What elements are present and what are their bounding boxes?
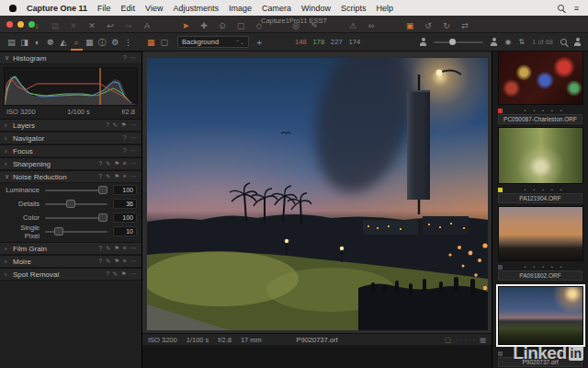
undo-icon[interactable]: ↩ <box>105 20 116 31</box>
sort-icon[interactable]: ⇅ <box>518 38 525 46</box>
spot-tool-icon[interactable]: ◎ <box>290 20 301 31</box>
menubar-list-icon[interactable]: ≡ <box>574 4 579 13</box>
section-spot-removal[interactable]: ›Spot Removal ? ✎ ⚑ ⋯ <box>0 268 141 281</box>
luminance-value[interactable]: 100 <box>113 185 137 195</box>
section-navigator[interactable]: ›Navigator ? ⋯ <box>0 132 141 144</box>
thumbnail-2-filename[interactable]: PA121904.ORF <box>498 193 582 203</box>
zoom-slider[interactable] <box>434 41 483 43</box>
tab-library-icon[interactable]: ▤ <box>6 34 17 51</box>
single-pixel-slider-track[interactable] <box>45 231 107 233</box>
rotate-right-icon[interactable]: ↻ <box>441 20 452 31</box>
delete-icon[interactable]: ✕ <box>86 20 97 31</box>
export-icon[interactable]: ▤ <box>50 20 61 31</box>
filmstrip-icon[interactable]: ▦ <box>480 336 486 344</box>
app-menu[interactable]: Capture One 11 <box>27 4 87 13</box>
section-focus[interactable]: ›Focus ? ⋯ <box>0 144 141 157</box>
section-action-icons[interactable]: ? ✎ ⚑ ≡ ⋯ <box>99 173 137 180</box>
compare-icon[interactable]: ▢ <box>445 336 451 344</box>
menu-window[interactable]: Window <box>301 4 331 13</box>
tab-color-icon[interactable]: ☸ <box>44 34 56 51</box>
menu-adjustments[interactable]: Adjustments <box>173 4 219 13</box>
eye-icon[interactable]: ◉ <box>504 38 511 46</box>
thumbnail-1-filename[interactable]: PC050087-Charleston.ORF <box>498 114 582 124</box>
section-action-icons[interactable]: ? ✎ ⚑ ⋯ <box>106 270 137 278</box>
luminance-slider-knob[interactable] <box>98 186 107 194</box>
pager-dots[interactable]: · · · · · <box>456 336 475 344</box>
color-tag[interactable] <box>498 109 503 113</box>
rating-dots[interactable]: • • • • • <box>506 108 582 113</box>
profile-icon[interactable] <box>574 38 581 46</box>
layer-frame-icon[interactable]: ▢ <box>161 38 169 47</box>
details-value[interactable]: 36 <box>113 199 137 209</box>
straighten-tool-icon[interactable]: ◇ <box>254 20 265 31</box>
section-action-icons[interactable]: ? ✎ ⚑ ≡ ⋯ <box>99 245 137 252</box>
crop-box-icon[interactable]: ▣ <box>404 20 415 31</box>
redo-icon[interactable]: ↪ <box>123 20 134 31</box>
color-slider-track[interactable] <box>45 217 107 219</box>
tab-details-icon[interactable]: ⌕ <box>71 34 83 51</box>
thumbnail-3-filename[interactable]: PA091802.ORF <box>498 270 582 281</box>
reset-icon[interactable]: ✕ <box>68 20 79 31</box>
tab-output-icon[interactable]: ⚙ <box>109 34 121 51</box>
color-tag[interactable] <box>498 265 503 270</box>
section-noise-reduction[interactable]: ∨Noise Reduction ? ✎ ⚑ ≡ ⋯ <box>0 170 141 183</box>
rating-dots[interactable]: • • • • • <box>506 187 582 192</box>
section-moire[interactable]: ›Moire ? ✎ ⚑ ≡ ⋯ <box>0 255 141 268</box>
menu-help[interactable]: Help <box>377 4 394 13</box>
tab-lens-icon[interactable]: ◐ <box>31 34 43 51</box>
details-slider-knob[interactable] <box>66 200 75 208</box>
single-pixel-value[interactable]: 10 <box>113 226 137 236</box>
proofing-glasses-icon[interactable]: ∞ <box>366 20 377 31</box>
details-slider-track[interactable] <box>45 203 107 205</box>
section-sharpening[interactable]: ›Sharpening ? ✎ ⚑ ≡ ⋯ <box>0 157 141 170</box>
color-value[interactable]: 100 <box>113 213 137 223</box>
color-tag[interactable] <box>498 188 503 192</box>
user-icon[interactable] <box>420 38 426 46</box>
section-layers[interactable]: ›Layers ? ✎ ⚑ ⋯ <box>0 119 141 132</box>
luminance-slider-track[interactable] <box>45 190 107 191</box>
section-action-icons[interactable]: ? ✎ ⚑ ≡ ⋯ <box>99 160 137 167</box>
flip-icon[interactable]: ⇄ <box>459 20 470 31</box>
menu-file[interactable]: File <box>97 4 111 13</box>
rotate-left-icon[interactable]: ↺ <box>423 20 434 31</box>
section-film-grain[interactable]: ›Film Grain ? ✎ ⚑ ≡ ⋯ <box>0 242 141 255</box>
tab-adjustments-icon[interactable]: ▦ <box>84 34 96 51</box>
spotlight-search-icon[interactable] <box>558 5 564 11</box>
apple-icon[interactable] <box>9 5 17 12</box>
single-pixel-slider-knob[interactable] <box>54 227 63 236</box>
filter-search-icon[interactable] <box>560 39 567 45</box>
section-action-icons[interactable]: ? ⋯ <box>123 134 137 142</box>
menu-camera[interactable]: Camera <box>262 4 291 13</box>
cursor-tool-icon[interactable]: ➤ <box>180 20 191 31</box>
thumbnail-2[interactable] <box>498 127 583 184</box>
import-icon[interactable]: ↓ <box>31 20 42 31</box>
thumbnail-3[interactable] <box>498 206 583 261</box>
section-action-icons[interactable]: ? ✎ ⚑ ≡ ⋯ <box>99 258 137 265</box>
layers-list-icon[interactable]: ▦ <box>147 38 155 47</box>
section-action-icons[interactable]: ? ⋯ <box>123 147 137 155</box>
face-zoom-icon[interactable] <box>491 38 497 46</box>
histogram-action-icons[interactable]: ? ⋯ <box>123 54 137 62</box>
section-action-icons[interactable]: ? ✎ ⚑ ⋯ <box>106 121 137 129</box>
tab-capture-icon[interactable]: ◨ <box>18 34 30 51</box>
keystone-tool-icon[interactable]: ⌒ <box>272 20 283 31</box>
menu-edit[interactable]: Edit <box>121 4 136 13</box>
loupe-tool-icon[interactable]: ⊙ <box>217 20 228 31</box>
menu-image[interactable]: Image <box>229 4 252 13</box>
menu-scripts[interactable]: Scripts <box>341 4 367 13</box>
pan-tool-icon[interactable]: ✚ <box>198 20 209 31</box>
add-layer-button[interactable]: ＋ <box>254 36 264 49</box>
main-photo[interactable] <box>147 58 488 330</box>
color-tag[interactable] <box>498 351 503 356</box>
menu-view[interactable]: View <box>145 4 163 13</box>
annotation-icon[interactable]: A <box>141 20 153 31</box>
color-slider-knob[interactable] <box>98 213 107 222</box>
proof-warning-icon[interactable]: ⚠ <box>347 20 358 31</box>
rating-dots[interactable]: • • • • • <box>506 264 582 270</box>
tab-batch-icon[interactable]: ⋮ <box>122 34 134 51</box>
thumbnail-4-selected[interactable] <box>498 286 583 345</box>
histogram-header[interactable]: ∨ Histogram ? ⋯ <box>0 52 141 64</box>
thumbnail-1[interactable] <box>498 52 583 105</box>
tab-exposure-icon[interactable]: ◭ <box>57 34 69 51</box>
layer-select[interactable]: Background ⌃⌄ <box>177 36 249 48</box>
